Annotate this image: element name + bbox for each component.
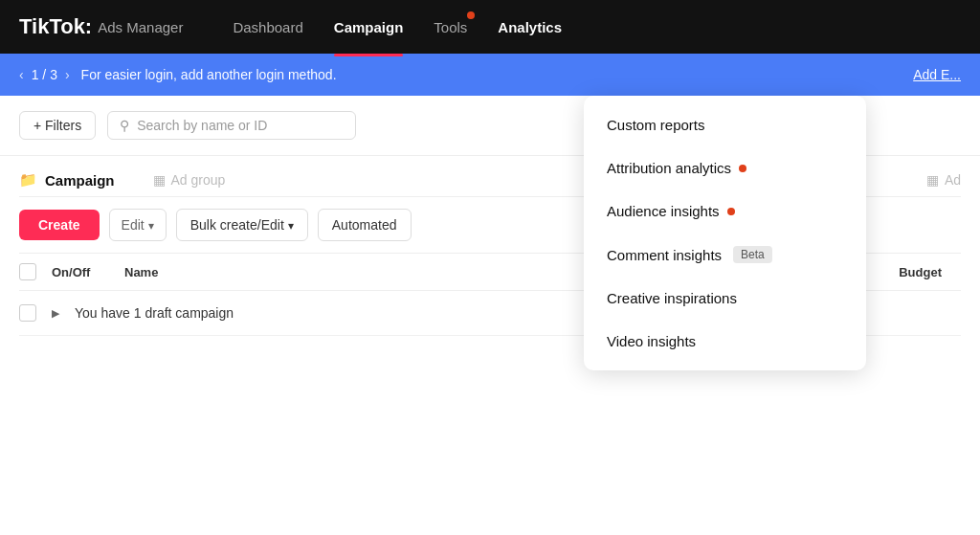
dropdown-item[interactable]: Comment insightsBeta bbox=[584, 233, 866, 277]
main-area: + Filters ⚲ Search by name or ID 📁 Campa… bbox=[0, 96, 980, 535]
dropdown-item[interactable]: Attribution analytics bbox=[584, 146, 866, 189]
select-all-checkbox[interactable] bbox=[19, 263, 36, 280]
dropdown-item-label: Video insights bbox=[607, 333, 696, 349]
new-indicator-dot bbox=[739, 165, 746, 172]
logo-tiktok: TikTok: bbox=[19, 14, 92, 39]
nav-analytics[interactable]: Analytics bbox=[498, 15, 562, 39]
notification-banner: ‹ 1 / 3 › For easier login, add another … bbox=[0, 54, 980, 96]
edit-chevron-icon bbox=[148, 217, 154, 233]
logo: TikTok: Ads Manager bbox=[19, 14, 183, 39]
campaign-title: 📁 Campaign bbox=[19, 171, 115, 189]
dropdown-item[interactable]: Creative inspirations bbox=[584, 277, 866, 320]
banner-next-arrow[interactable]: › bbox=[65, 67, 70, 82]
bulk-create-button[interactable]: Bulk create/Edit bbox=[176, 209, 308, 241]
dropdown-item[interactable]: Video insights bbox=[584, 320, 866, 363]
create-button[interactable]: Create bbox=[19, 210, 100, 240]
dropdown-item-label: Comment insights bbox=[607, 247, 722, 263]
ad-icon: ▦ bbox=[926, 172, 939, 188]
banner-navigation: ‹ 1 / 3 › bbox=[19, 67, 70, 82]
edit-button[interactable]: Edit bbox=[109, 209, 167, 241]
banner-count: 1 / 3 bbox=[32, 67, 57, 82]
row-expand-icon[interactable]: ▶ bbox=[52, 307, 59, 320]
bulk-chevron-icon bbox=[288, 217, 294, 233]
dropdown-item[interactable]: Audience insights bbox=[584, 189, 866, 233]
tools-notification-dot bbox=[467, 11, 475, 19]
top-navigation: TikTok: Ads Manager Dashboard Campaign T… bbox=[0, 0, 980, 54]
dropdown-items-list: Custom reportsAttribution analyticsAudie… bbox=[584, 103, 866, 363]
adgroup-label: ▦ Ad group bbox=[153, 172, 226, 188]
dropdown-item[interactable]: Custom reports bbox=[584, 103, 866, 146]
dropdown-item-label: Custom reports bbox=[607, 117, 705, 133]
filters-button[interactable]: + Filters bbox=[19, 111, 96, 140]
adgroup-icon: ▦ bbox=[153, 172, 166, 188]
new-indicator-dot bbox=[727, 208, 735, 215]
folder-icon: 📁 bbox=[19, 171, 37, 189]
dropdown-item-label: Attribution analytics bbox=[607, 160, 731, 176]
row-checkbox[interactable] bbox=[19, 304, 36, 322]
nav-campaign[interactable]: Campaign bbox=[334, 15, 404, 39]
col-budget: Budget bbox=[899, 265, 942, 279]
col-onoff: On/Off bbox=[52, 265, 109, 279]
logo-ads: Ads Manager bbox=[98, 19, 183, 35]
nav-items: Dashboard Campaign Tools Analytics bbox=[233, 15, 562, 39]
dropdown-item-label: Creative inspirations bbox=[607, 290, 737, 306]
beta-badge: Beta bbox=[733, 246, 772, 263]
search-placeholder: Search by name or ID bbox=[137, 118, 267, 133]
analytics-dropdown: Custom reportsAttribution analyticsAudie… bbox=[584, 96, 866, 370]
banner-text: For easier login, add another login meth… bbox=[81, 67, 902, 82]
nav-tools[interactable]: Tools bbox=[434, 15, 467, 39]
banner-link[interactable]: Add E... bbox=[913, 67, 961, 82]
campaign-label: Campaign bbox=[45, 172, 115, 189]
search-box[interactable]: ⚲ Search by name or ID bbox=[107, 111, 356, 140]
nav-dashboard[interactable]: Dashboard bbox=[233, 15, 302, 39]
ad-label: ▦ Ad bbox=[926, 172, 961, 188]
automated-button[interactable]: Automated bbox=[318, 209, 412, 241]
dropdown-item-label: Audience insights bbox=[607, 203, 720, 219]
search-icon: ⚲ bbox=[120, 118, 129, 133]
banner-prev-arrow[interactable]: ‹ bbox=[19, 67, 24, 82]
